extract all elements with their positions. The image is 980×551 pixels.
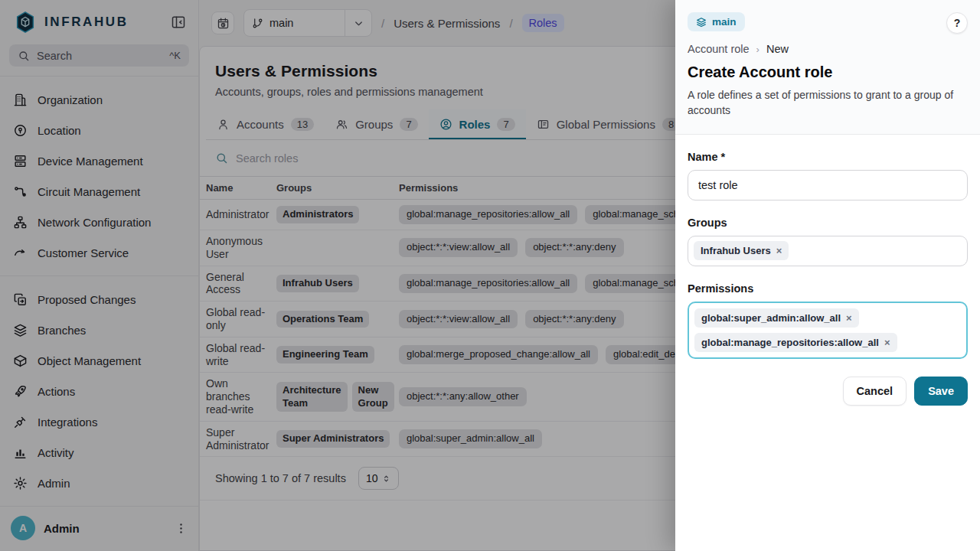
groups-label: Groups [688,217,968,229]
permission-tag: global:super_admin:allow_all [694,308,859,328]
chevron-right-icon: › [756,44,760,55]
permission-tag-label: global:super_admin:allow_all [701,312,841,324]
name-field[interactable] [688,170,968,201]
drawer-breadcrumb-current: New [766,43,789,55]
permission-tag: global:manage_repositories:allow_all [694,333,897,352]
branch-badge[interactable]: main [688,12,745,31]
name-label: Name * [688,151,968,163]
branch-badge-label: main [712,16,737,28]
create-role-form: Name * Groups Infrahub Users Permissions… [675,135,980,551]
save-button[interactable]: Save [914,377,968,406]
app-root: INFRAHUB Search ^K Organization Location [0,0,980,551]
help-button[interactable]: ? [946,12,968,34]
create-role-drawer: main ? Account role › New Create Account… [675,0,980,551]
drawer-title: Create Account role [688,64,968,81]
group-tag-label: Infrahub Users [701,245,771,256]
drawer-description: A role defines a set of permissions to g… [688,87,965,119]
cancel-button[interactable]: Cancel [843,377,907,406]
remove-tag-icon[interactable] [884,337,890,347]
remove-tag-icon[interactable] [776,246,782,256]
permission-tag-label: global:manage_repositories:allow_all [701,337,879,348]
group-tag: Infrahub Users [694,241,789,260]
drawer-header: main ? Account role › New Create Account… [675,0,980,135]
remove-tag-icon[interactable] [846,313,852,323]
permissions-label: Permissions [688,282,968,295]
layers-icon [696,17,707,28]
groups-select[interactable]: Infrahub Users [688,236,968,266]
drawer-actions: Cancel Save [688,377,968,406]
drawer-breadcrumb: Account role › New [688,43,968,55]
permissions-select[interactable]: global:super_admin:allow_all global:mana… [688,302,968,359]
drawer-breadcrumb-parent[interactable]: Account role [688,43,750,55]
